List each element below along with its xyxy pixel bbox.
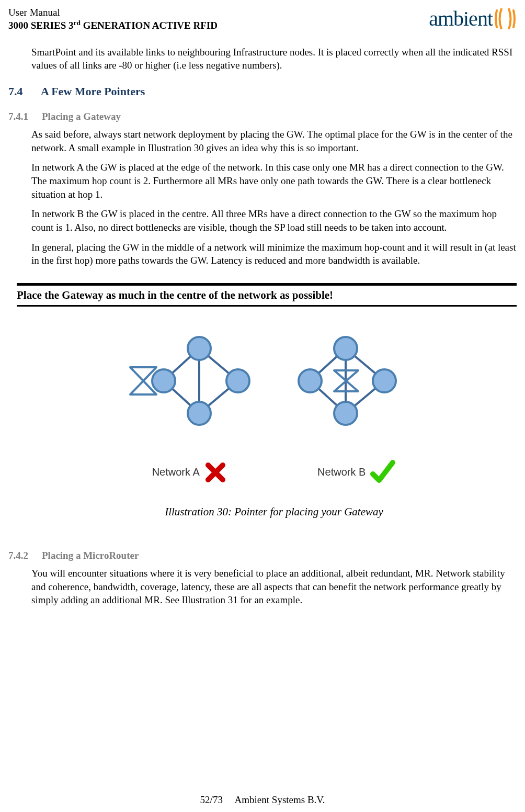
network-b-label: Network B — [317, 466, 366, 478]
svg-point-17 — [373, 369, 396, 392]
network-b-group — [299, 337, 396, 425]
svg-point-15 — [334, 337, 357, 360]
subheading-title: Placing a MicroRouter — [42, 550, 139, 561]
illustration-caption: Illustration 30: Pointer for placing you… — [109, 505, 439, 518]
svg-point-6 — [188, 337, 211, 360]
intro-paragraph: SmartPoint and its available links to ne… — [31, 46, 517, 72]
illustration-30: Network A Network B Illustration 30: Poi… — [109, 329, 439, 518]
svg-point-8 — [226, 369, 249, 392]
subheading-number: 7.4.1 — [8, 111, 32, 122]
heading-7-4: 7.4 A Few More Pointers — [8, 85, 517, 98]
network-a-label: Network A — [152, 466, 200, 478]
sec741-p4: In general, placing the GW in the middle… — [31, 241, 517, 267]
page-header: User Manual 3000 SERIES 3rd GENERATION A… — [8, 6, 517, 32]
page-content: SmartPoint and its available links to ne… — [8, 32, 517, 607]
heading-7-4-1: 7.4.1 Placing a Gateway — [8, 111, 517, 122]
header-title-2: 3000 SERIES 3rd GENERATION ACTIVE RFID — [8, 19, 218, 32]
sec741-p2: In network A the GW is placed at the edg… — [31, 161, 517, 201]
header-title-1: User Manual — [8, 6, 218, 19]
check-icon — [370, 459, 396, 486]
svg-point-16 — [334, 402, 357, 425]
footer-company: Ambient Systems B.V. — [235, 794, 325, 805]
logo-text: ambient — [429, 6, 493, 31]
subheading-title: Placing a Gateway — [42, 111, 121, 122]
cross-icon — [204, 461, 227, 484]
heading-7-4-2: 7.4.2 Placing a MicroRouter — [8, 550, 517, 561]
network-a-caption: Network A — [152, 461, 227, 484]
svg-point-14 — [299, 369, 322, 392]
sec741-p1: As said before, always start network dep… — [31, 128, 517, 154]
sec742-p1: You will encounter situations where it i… — [31, 567, 517, 607]
heading-title: A Few More Pointers — [41, 85, 145, 98]
network-a-group — [130, 337, 249, 425]
heading-number: 7.4 — [8, 85, 28, 98]
diagram-caption-row: Network A Network B — [109, 459, 439, 486]
network-diagram — [109, 329, 439, 438]
header-title-block: User Manual 3000 SERIES 3rd GENERATION A… — [8, 6, 218, 32]
company-logo: ambient — [429, 6, 517, 31]
page-number: 52/73 — [200, 794, 223, 805]
page-footer: 52/73 Ambient Systems B.V. — [0, 794, 525, 806]
svg-point-5 — [152, 369, 175, 392]
callout-box: Place the Gateway as much in the centre … — [17, 283, 517, 307]
waves-icon — [494, 8, 517, 29]
svg-point-7 — [188, 402, 211, 425]
subheading-number: 7.4.2 — [8, 550, 32, 561]
network-b-caption: Network B — [317, 459, 396, 486]
callout-text: Place the Gateway as much in the centre … — [17, 286, 517, 305]
sec741-p3: In network B the GW is placed in the cen… — [31, 207, 517, 234]
